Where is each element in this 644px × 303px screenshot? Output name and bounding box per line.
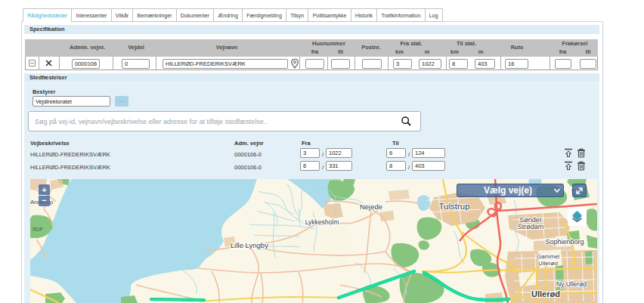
svg-text:Ullerød: Ullerød [531, 289, 560, 298]
svg-text:Nejede: Nejede [360, 203, 382, 211]
svg-text:Lykkesholm: Lykkesholm [305, 218, 339, 226]
svg-text:Ny Ullerød: Ny Ullerød [556, 280, 587, 288]
svg-text:Tulstrup: Tulstrup [438, 202, 469, 211]
svg-text:Sophienborg: Sophienborg [545, 238, 584, 246]
svg-text:Lille Lyngby: Lille Lyngby [231, 241, 268, 249]
svg-text:Gammel: Gammel [537, 253, 559, 260]
svg-text:Strødam: Strødam [518, 223, 544, 230]
svg-text:Ullerød: Ullerød [538, 260, 558, 267]
svg-text:RUP: RUP [33, 227, 43, 232]
